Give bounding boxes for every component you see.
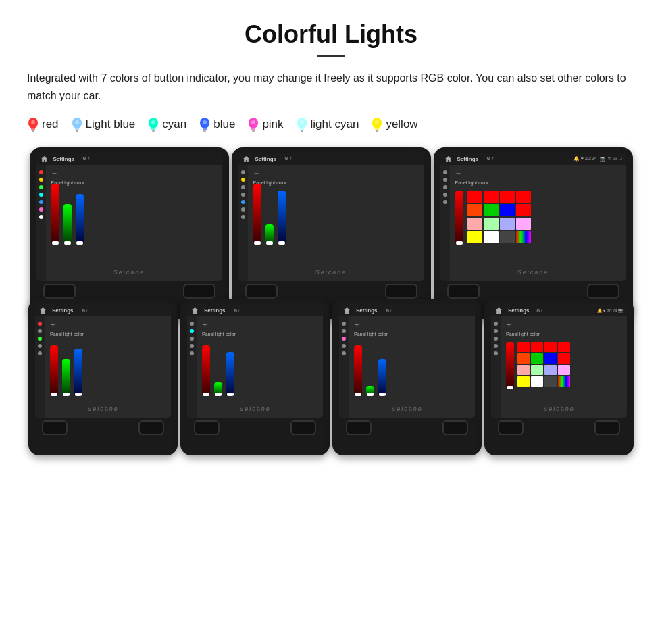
- swatch-12: [516, 218, 531, 230]
- car-unit-6: Settings ⚙ ↑ ← Panel lig: [332, 299, 482, 455]
- dot-4-4: [38, 344, 42, 348]
- dot-5-2: [241, 200, 245, 204]
- car-unit-4: Settings ⚙ ↑ ← Panel lig: [28, 299, 178, 455]
- home-icon-3: [444, 155, 452, 163]
- side-dots-1: [36, 165, 46, 281]
- topbar-7: Settings ⚙ ↑ 🔔 ♥ 20:24 📷: [491, 304, 627, 316]
- lightblue-bulb-icon: [71, 116, 83, 132]
- home-icon-2: [243, 155, 250, 163]
- dot-4-7: [494, 344, 498, 348]
- topbar-settings-1: Settings: [53, 156, 75, 162]
- dot-1-5: [190, 322, 194, 326]
- topbar-2: Settings ⚙ ↑: [238, 153, 424, 165]
- color-label-cyan: cyan: [162, 118, 186, 131]
- dot-6-2: [241, 207, 245, 212]
- home-icon-7: [495, 307, 503, 314]
- pink-bulb-icon: [247, 116, 259, 132]
- svg-point-7: [75, 120, 79, 124]
- home-icon-6: [343, 307, 351, 314]
- main-7: ← Panel light color: [501, 316, 627, 418]
- color-label-red: red: [42, 118, 59, 131]
- swatch-13: [467, 231, 482, 243]
- slider-green-1: [63, 204, 72, 245]
- lightcyan-bulb-icon: [296, 116, 308, 132]
- svg-rect-13: [203, 128, 207, 130]
- dot-3-3: [443, 185, 447, 189]
- panel-label-7: Panel light color: [506, 332, 621, 337]
- sw7-6: [531, 353, 543, 364]
- blue-bulb-icon: [199, 116, 211, 132]
- slider-blue-2: [278, 191, 286, 245]
- dot-5-7: [494, 351, 498, 355]
- watermark-4: Seicane: [87, 405, 119, 412]
- watermark-5: Seicane: [239, 405, 271, 412]
- color-list: red Light blue cyan: [27, 116, 635, 132]
- slider-g-5: [214, 382, 222, 396]
- watermark-1: Seicane: [113, 269, 145, 276]
- color-label-pink: pink: [262, 118, 283, 131]
- sliders-1: [51, 191, 217, 245]
- panel-label-6: Panel light color: [354, 332, 469, 337]
- dot-white-1: [39, 215, 43, 219]
- sw7-7: [544, 353, 557, 364]
- page-container: Colorful Lights Integrated with 7 colors…: [0, 0, 662, 469]
- car-unit-7: Settings ⚙ ↑ 🔔 ♥ 20:24 📷: [484, 299, 634, 455]
- svg-rect-17: [251, 128, 255, 130]
- dot-1-6: [342, 322, 346, 326]
- screen-content-1: ← Panel light color: [36, 165, 222, 281]
- page-title: Colorful Lights: [27, 20, 635, 49]
- topbar-settings-5: Settings: [204, 307, 226, 314]
- mount-4: [35, 420, 171, 435]
- screen-content-3: ← Panel light color: [440, 165, 626, 281]
- sw7-1: [517, 342, 530, 352]
- screen-3: Settings ⚙ ↑ 🔔 ♥ 20:24 📷 ✕ ▭ □: [440, 153, 626, 281]
- side-dots-3: [440, 165, 450, 281]
- back-arrow-6: ←: [354, 320, 469, 328]
- car-unit-2: Settings ⚙ ↑: [232, 147, 431, 319]
- mount-hole-right-2: [385, 284, 417, 299]
- mount-hole-right-3: [587, 284, 619, 299]
- screen-content-6: ← Panel light color: [339, 316, 475, 418]
- mount-7: [491, 420, 627, 435]
- swatch-5: [467, 204, 482, 216]
- car-unit-1: Settings ⚙ ↑: [30, 147, 229, 319]
- svg-point-27: [375, 120, 379, 124]
- topbar-right-3: 🔔 ♥ 20:24 📷 ✕ ▭ □: [574, 156, 622, 162]
- topbar-right-7: 🔔 ♥ 20:24 📷: [597, 308, 623, 313]
- dot-5-4: [38, 351, 42, 355]
- mount-hole-right-5: [290, 420, 316, 435]
- slider-r-4: [50, 345, 58, 396]
- displays-section: Settings ⚙ ↑: [27, 147, 635, 455]
- home-icon-1: [41, 155, 48, 163]
- swatch-8: [516, 204, 531, 216]
- slider-b-6: [378, 359, 386, 396]
- screen-content-5: ← Panel light color: [187, 316, 323, 418]
- dot-3-4: [38, 337, 42, 341]
- sw7-2: [531, 342, 543, 352]
- main-4: ← Panel light color: [45, 316, 171, 418]
- watermark-7: Seicane: [543, 405, 575, 412]
- description-text: Integrated with 7 colors of button indic…: [27, 70, 635, 104]
- dot-3-7: [494, 337, 498, 341]
- home-icon-4: [39, 307, 47, 314]
- top-row: Settings ⚙ ↑: [27, 147, 635, 319]
- panel-label-4: Panel light color: [50, 332, 166, 337]
- mount-hole-left-4: [42, 420, 68, 435]
- dot-3-6: [342, 337, 346, 341]
- side-dots-4: [35, 316, 45, 418]
- svg-point-15: [203, 120, 207, 124]
- dot-2-5: [190, 329, 194, 333]
- back-arrow-2: ←: [253, 169, 419, 176]
- svg-rect-1: [31, 128, 35, 130]
- color-label-lightblue: Light blue: [86, 118, 136, 131]
- slider-b-5: [226, 352, 234, 396]
- sw7-4: [558, 342, 570, 352]
- cyan-bulb-icon: [147, 116, 159, 132]
- side-dots-5: [187, 316, 197, 418]
- topbar-settings-6: Settings: [356, 307, 378, 314]
- dot-2-4: [38, 329, 42, 333]
- svg-rect-14: [203, 130, 206, 132]
- mount-hole-right-7: [594, 420, 620, 435]
- main-6: ← Panel light color: [349, 316, 475, 418]
- panel-label-5: Panel light color: [202, 332, 317, 337]
